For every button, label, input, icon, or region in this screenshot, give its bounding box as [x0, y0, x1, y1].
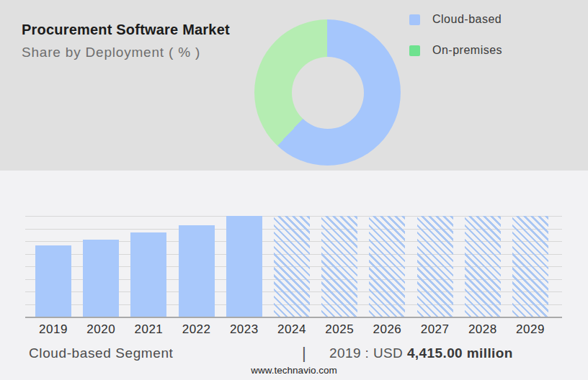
legend-item-cloud-based: Cloud-based — [409, 12, 502, 27]
top-panel: Procurement Software Market Share by Dep… — [0, 0, 588, 171]
legend: Cloud-based On-premises — [409, 12, 502, 74]
bar-2020 — [83, 240, 119, 317]
bar-2028 — [465, 216, 501, 317]
page-title: Procurement Software Market — [22, 22, 230, 38]
plot-area: 2019202020212022202320242025202620272028… — [25, 216, 562, 317]
bar-2024 — [274, 216, 310, 317]
segment-value-amount: 4,415.00 million — [407, 345, 513, 361]
legend-label: Cloud-based — [432, 13, 502, 26]
x-axis-label-2021: 2021 — [134, 322, 163, 337]
x-axis-label-2023: 2023 — [230, 322, 259, 337]
bar-2029 — [512, 216, 548, 317]
bottom-panel: 2019202020212022202320242025202620272028… — [0, 171, 588, 380]
segment-value-prefix: 2019 : USD — [329, 345, 407, 361]
x-axis-label-2025: 2025 — [325, 322, 354, 337]
x-axis-label-2027: 2027 — [421, 322, 450, 337]
x-axis-label-2024: 2024 — [277, 322, 306, 337]
donut-chart — [254, 19, 401, 166]
bar-2025 — [321, 216, 357, 317]
segment-value: 2019 : USD 4,415.00 million — [329, 345, 513, 361]
x-axis-label-2022: 2022 — [182, 322, 211, 337]
legend-item-on-premises: On-premises — [409, 43, 502, 58]
footer-divider: | — [302, 344, 306, 363]
x-axis-label-2019: 2019 — [39, 322, 68, 337]
bar-2022 — [179, 225, 215, 317]
title-block: Procurement Software Market Share by Dep… — [22, 22, 230, 60]
footer-row: Cloud-based Segment | 2019 : USD 4,415.0… — [0, 345, 588, 364]
x-axis-label-2029: 2029 — [516, 322, 545, 337]
x-axis-label-2020: 2020 — [86, 322, 115, 337]
page-subtitle: Share by Deployment ( % ) — [22, 45, 230, 60]
legend-label: On-premises — [432, 44, 502, 57]
on-premises-swatch-icon — [409, 45, 420, 56]
bar-2026 — [369, 216, 405, 317]
x-axis-line — [25, 317, 562, 318]
bar-2019 — [35, 245, 71, 317]
segment-label: Cloud-based Segment — [29, 345, 173, 361]
website-link[interactable]: www.technavio.com — [0, 365, 588, 376]
infographic-page: Procurement Software Market Share by Dep… — [0, 0, 588, 380]
x-axis-label-2028: 2028 — [468, 322, 497, 337]
cloud-based-swatch-icon — [409, 14, 420, 25]
bar-2027 — [417, 216, 453, 317]
x-axis-label-2026: 2026 — [373, 322, 401, 337]
bar-2021 — [130, 232, 166, 317]
bar-2023 — [226, 216, 262, 317]
